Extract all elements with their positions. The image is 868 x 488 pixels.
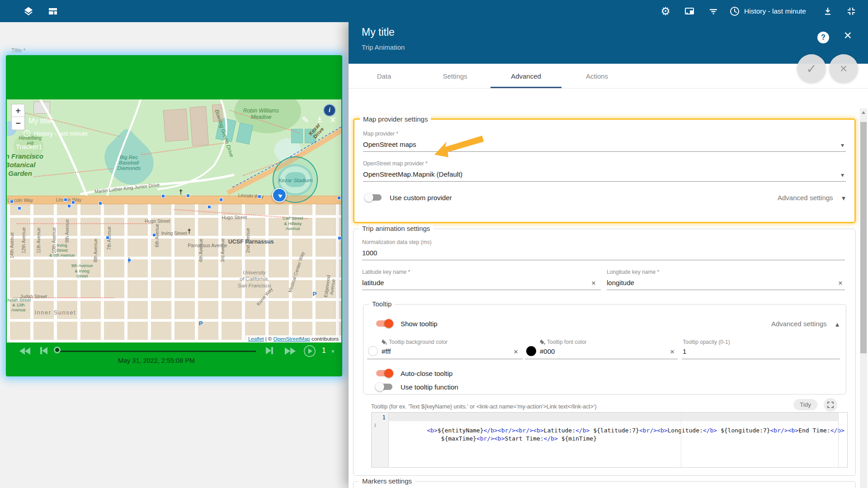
settings-gear-icon[interactable]: ⚙ bbox=[660, 5, 671, 17]
font-color-swatch[interactable] bbox=[526, 346, 536, 356]
dialog-tab[interactable]: Data bbox=[349, 64, 420, 88]
route-waypoint[interactable] bbox=[337, 196, 341, 200]
map-info-button[interactable]: i bbox=[323, 104, 336, 117]
latitude-key-input[interactable]: latitude bbox=[362, 279, 384, 286]
route-waypoint[interactable] bbox=[67, 204, 71, 208]
widget-timewindow[interactable]: History - last minute bbox=[34, 130, 88, 137]
trip-animation-widget[interactable]: ⚙ My title History - last minute Tracker… bbox=[6, 55, 342, 376]
route-waypoint[interactable] bbox=[208, 205, 211, 209]
editor-fullscreen-button[interactable] bbox=[824, 398, 837, 412]
tooltip-font-color-input[interactable]: #000 bbox=[540, 347, 555, 355]
show-tooltip-label: Show tooltip bbox=[401, 320, 438, 328]
route-waypoint[interactable] bbox=[18, 206, 21, 210]
navigation-arrow-icon: ▲ bbox=[275, 191, 283, 199]
dialog-scrollbar[interactable] bbox=[860, 108, 867, 488]
dialog-tab[interactable]: Actions bbox=[561, 64, 632, 88]
map-provider-select[interactable]: OpenStreet maps bbox=[363, 141, 416, 148]
route-waypoint[interactable] bbox=[258, 195, 261, 198]
normalization-label: Normalization data step (ms) bbox=[362, 239, 431, 245]
skip-to-start-button[interactable] bbox=[40, 347, 47, 356]
advanced-settings-link[interactable]: Advanced settings bbox=[771, 320, 827, 328]
timewindow-clock-icon[interactable] bbox=[729, 5, 741, 17]
normalization-input[interactable]: 1000 bbox=[362, 249, 377, 257]
tidy-button[interactable]: Tidy bbox=[793, 399, 817, 410]
map-provider-settings-section: Map provider settings Map provider * Ope… bbox=[353, 118, 856, 223]
paint-bucket-icon bbox=[540, 339, 545, 345]
widget-edit-icon[interactable]: ✎ bbox=[302, 116, 309, 124]
tooltip-code-editor[interactable]: 1 i <b>${entityName}</b><br/><br/><b>Lat… bbox=[371, 412, 848, 468]
dialog-tab[interactable]: Advanced bbox=[491, 64, 561, 88]
tooltip-opacity-label: Tooltip opacity (0-1) bbox=[683, 339, 730, 345]
auto-close-tooltip-toggle[interactable] bbox=[376, 369, 392, 378]
tooltip-opacity-input[interactable]: 1 bbox=[683, 347, 686, 355]
clear-icon[interactable]: × bbox=[591, 279, 596, 287]
export-download-icon[interactable] bbox=[822, 5, 834, 17]
clear-icon[interactable]: × bbox=[838, 279, 843, 287]
layers-icon[interactable] bbox=[23, 5, 34, 17]
screen: ⚙ History - last minute Title * Dashboar… bbox=[0, 0, 868, 488]
chevron-up-icon[interactable]: ▴ bbox=[835, 320, 839, 328]
show-tooltip-toggle[interactable] bbox=[376, 319, 392, 328]
use-tooltip-function-toggle[interactable] bbox=[376, 382, 392, 391]
chevron-down-icon[interactable]: ▾ bbox=[842, 194, 845, 202]
route-waypoint[interactable] bbox=[106, 236, 109, 239]
zoom-out-button[interactable]: − bbox=[12, 117, 24, 130]
dialog-tab[interactable]: Settings bbox=[420, 64, 491, 88]
route-waypoint[interactable] bbox=[99, 202, 102, 205]
dialog-tabs: DataSettingsAdvancedActions bbox=[349, 64, 868, 89]
use-custom-provider-label: Use custom provider bbox=[390, 194, 452, 202]
clear-icon[interactable]: × bbox=[670, 348, 675, 356]
apply-changes-fab[interactable]: ✓ bbox=[797, 54, 826, 83]
select-caret-icon[interactable]: ▾ bbox=[841, 171, 844, 178]
tooltip-bg-color-label: Tooltip background color bbox=[389, 339, 448, 345]
fast-rewind-button[interactable] bbox=[19, 347, 30, 357]
route-waypoint[interactable] bbox=[338, 236, 341, 240]
scrollbar-thumb[interactable] bbox=[860, 122, 867, 353]
playback-speed-value[interactable]: 1 bbox=[322, 347, 326, 355]
fullscreen-exit-icon[interactable] bbox=[845, 5, 857, 17]
time-slider-knob[interactable] bbox=[54, 347, 61, 353]
select-caret-icon[interactable]: ▾ bbox=[841, 141, 844, 149]
trip-marker[interactable]: ▲ bbox=[272, 188, 287, 202]
fullscreen-icon bbox=[827, 402, 834, 408]
filter-icon[interactable] bbox=[708, 5, 719, 17]
route-waypoint[interactable] bbox=[71, 201, 75, 204]
markers-settings-section: Markers settings Set additional rotation… bbox=[353, 481, 856, 488]
tooltip-bg-color-input[interactable]: #fff bbox=[382, 347, 391, 355]
route-waypoint[interactable] bbox=[219, 198, 223, 202]
route-waypoint[interactable] bbox=[186, 194, 190, 197]
line-number: 1 bbox=[382, 414, 386, 421]
use-custom-provider-toggle[interactable] bbox=[365, 193, 382, 202]
advanced-settings-link[interactable]: Advanced settings bbox=[778, 194, 833, 202]
play-button[interactable] bbox=[304, 345, 316, 357]
bg-color-swatch[interactable] bbox=[368, 346, 378, 356]
timewindow-label[interactable]: History - last minute bbox=[744, 0, 806, 22]
section-legend: Markers settings bbox=[359, 477, 415, 485]
time-slider-track[interactable] bbox=[57, 351, 256, 352]
osm-link[interactable]: OpenStreetMap bbox=[274, 336, 310, 342]
dialog-close-icon[interactable]: × bbox=[844, 28, 852, 42]
osm-provider-select[interactable]: OpenStreetMap.Mapnik (Default) bbox=[363, 170, 462, 178]
manage-states-icon[interactable] bbox=[684, 5, 695, 17]
route-waypoint[interactable] bbox=[10, 200, 14, 203]
trip-animation-settings-section: Trip animation settings Normalization da… bbox=[353, 229, 856, 476]
zoom-in-button[interactable]: + bbox=[12, 104, 24, 117]
clear-icon[interactable]: × bbox=[514, 348, 518, 356]
paint-bucket-icon bbox=[382, 339, 387, 345]
route-waypoint[interactable] bbox=[64, 198, 67, 202]
skip-to-end-button[interactable] bbox=[266, 347, 273, 356]
leaflet-link[interactable]: Leaflet bbox=[248, 336, 264, 342]
discard-changes-fab[interactable]: × bbox=[829, 54, 858, 83]
speed-caret-icon[interactable]: ▾ bbox=[331, 348, 335, 355]
widget-download-icon[interactable] bbox=[316, 115, 324, 125]
route-waypoint[interactable] bbox=[161, 194, 165, 198]
map-zoom-control: + − bbox=[11, 104, 25, 130]
longitude-key-input[interactable]: longitude bbox=[607, 279, 634, 286]
highlight-arrow bbox=[434, 135, 486, 161]
dashboard-layout-icon[interactable] bbox=[47, 5, 59, 17]
scroll-up-arrow[interactable] bbox=[860, 108, 867, 117]
help-button[interactable]: ? bbox=[817, 32, 829, 43]
route-waypoint[interactable] bbox=[127, 258, 131, 262]
route-waypoint[interactable] bbox=[152, 233, 156, 237]
fast-forward-button[interactable] bbox=[285, 347, 296, 357]
